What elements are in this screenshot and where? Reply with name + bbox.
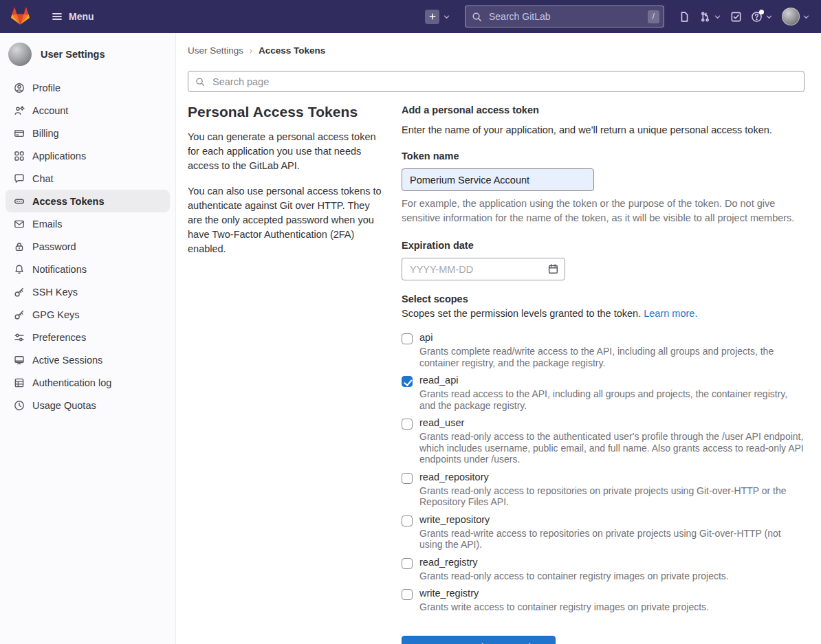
issues-icon[interactable]: [679, 11, 690, 23]
breadcrumb-access-tokens: Access Tokens: [259, 45, 325, 56]
scope-option-api: api Grants complete read/write access to…: [402, 332, 804, 368]
scope-name-label[interactable]: write_registry: [419, 588, 709, 599]
scope-checkbox-read_user[interactable]: [402, 419, 413, 430]
scope-name-label[interactable]: api: [419, 332, 804, 343]
scope-option-read_api: read_api Grants read access to the API, …: [402, 375, 804, 411]
sidebar-item-password[interactable]: Password: [6, 235, 170, 258]
plus-icon: [425, 10, 439, 24]
menu-button[interactable]: Menu: [47, 10, 98, 23]
new-item-dropdown[interactable]: [425, 10, 450, 24]
chevron-down-icon: [443, 13, 450, 21]
breadcrumb-user-settings[interactable]: User Settings: [188, 45, 243, 56]
page-search-input[interactable]: [211, 76, 797, 88]
search-icon: [472, 12, 482, 22]
page-title: Personal Access Tokens: [188, 104, 385, 120]
scope-description: Grants read-only access to the authentic…: [419, 431, 804, 465]
scope-description: Grants read access to the API, including…: [419, 388, 804, 411]
token-form: Add a personal access token Enter the na…: [402, 104, 804, 644]
sidebar-item-gpg-keys[interactable]: GPG Keys: [6, 303, 170, 326]
password-icon: [14, 241, 25, 252]
scope-checkbox-read_registry[interactable]: [402, 558, 413, 569]
authentication-log-icon: [14, 377, 25, 388]
calendar-icon[interactable]: [547, 263, 559, 275]
search-icon: [195, 77, 205, 87]
select-scopes-label: Select scopes: [402, 293, 804, 304]
scopes-list: api Grants complete read/write access to…: [402, 332, 804, 613]
scope-description: Grants read-only access to repositories …: [419, 485, 804, 508]
merge-request-icon: [699, 11, 711, 23]
description-column: Personal Access Tokens You can generate …: [188, 104, 385, 644]
user-avatar: [8, 43, 32, 66]
token-name-label: Token name: [402, 151, 804, 162]
scope-option-read_repository: read_repository Grants read-only access …: [402, 471, 804, 508]
sidebar-item-preferences[interactable]: Preferences: [6, 326, 170, 348]
sidebar-header: User Settings: [0, 40, 175, 76]
search-input[interactable]: [488, 10, 642, 23]
expiration-date-input[interactable]: [402, 258, 565, 280]
scope-description: Grants complete read/write access to the…: [419, 346, 804, 368]
sidebar-item-account[interactable]: Account: [6, 99, 170, 122]
page-search[interactable]: [188, 71, 804, 92]
learn-more-link[interactable]: Learn more.: [644, 308, 697, 319]
expiration-date-label: Expiration date: [402, 240, 804, 251]
token-name-input[interactable]: [402, 168, 594, 191]
chat-icon: [14, 173, 25, 184]
description-paragraph: You can generate a personal access token…: [188, 130, 385, 173]
scope-checkbox-api[interactable]: [402, 333, 413, 344]
chevron-down-icon: [765, 13, 773, 21]
gpg-keys-icon: [14, 309, 25, 320]
gitlab-tanuki-logo[interactable]: [11, 8, 30, 25]
sidebar-item-access-tokens[interactable]: Access Tokens: [6, 190, 170, 212]
scope-checkbox-write_registry[interactable]: [402, 589, 413, 600]
scope-option-read_user: read_user Grants read-only access to the…: [402, 417, 804, 465]
sidebar-item-billing[interactable]: Billing: [6, 122, 170, 144]
settings-sidebar: User Settings Profile Account Billing Ap…: [0, 33, 176, 644]
breadcrumb: User Settings › Access Tokens: [188, 45, 804, 56]
slash-shortcut-badge: /: [648, 10, 659, 23]
sidebar-item-emails[interactable]: Emails: [6, 212, 170, 235]
help-dropdown[interactable]: [751, 11, 773, 23]
active-sessions-icon: [14, 355, 25, 366]
scope-name-label[interactable]: read_repository: [419, 471, 804, 482]
sidebar-item-chat[interactable]: Chat: [6, 167, 170, 190]
user-menu[interactable]: [782, 8, 810, 25]
sidebar-item-active-sessions[interactable]: Active Sessions: [6, 348, 170, 371]
sidebar-item-profile[interactable]: Profile: [6, 76, 170, 99]
menu-label: Menu: [69, 11, 94, 22]
scope-name-label[interactable]: read_api: [419, 375, 804, 386]
sidebar-nav: Profile Account Billing Applications Cha…: [0, 76, 175, 417]
scope-name-label[interactable]: read_registry: [419, 557, 729, 568]
scope-name-label[interactable]: write_repository: [419, 514, 804, 525]
scope-option-write_registry: write_registry Grants write access to co…: [402, 588, 804, 613]
account-icon: [14, 105, 25, 116]
global-search[interactable]: /: [465, 5, 664, 27]
top-navbar: Menu /: [0, 0, 821, 33]
sidebar-item-notifications[interactable]: Notifications: [6, 258, 170, 280]
scope-checkbox-write_repository[interactable]: [402, 515, 413, 526]
sidebar-item-usage-quotas[interactable]: Usage Quotas: [6, 394, 170, 417]
token-name-help: For example, the application using the t…: [402, 197, 804, 225]
scope-option-read_registry: read_registry Grants read-only access to…: [402, 557, 804, 582]
applications-icon: [14, 151, 25, 162]
scope-option-write_repository: write_repository Grants read-write acces…: [402, 514, 804, 551]
scopes-description: Scopes set the permission levels granted…: [402, 308, 804, 319]
sidebar-title: User Settings: [41, 49, 105, 60]
sidebar-item-ssh-keys[interactable]: SSH Keys: [6, 280, 170, 303]
user-avatar: [782, 8, 800, 25]
form-section-title: Add a personal access token: [402, 104, 804, 115]
breadcrumb-separator: ›: [250, 46, 252, 56]
scope-description: Grants write access to container registr…: [419, 601, 709, 613]
todos-icon[interactable]: [730, 11, 742, 23]
sidebar-item-authentication-log[interactable]: Authentication log: [6, 371, 170, 394]
form-section-description: Enter the name of your application, and …: [402, 124, 804, 135]
scope-name-label[interactable]: read_user: [419, 417, 804, 428]
scope-checkbox-read_repository[interactable]: [402, 473, 413, 484]
create-token-button[interactable]: Create personal access token: [402, 636, 556, 644]
emails-icon: [14, 219, 25, 230]
sidebar-item-applications[interactable]: Applications: [6, 144, 170, 167]
merge-requests-dropdown[interactable]: [699, 11, 721, 23]
scope-checkbox-read_api[interactable]: [402, 376, 413, 387]
usage-quotas-icon: [14, 400, 25, 411]
description-paragraph: You can also use personal access tokens …: [188, 184, 385, 256]
chevron-down-icon: [714, 13, 721, 21]
